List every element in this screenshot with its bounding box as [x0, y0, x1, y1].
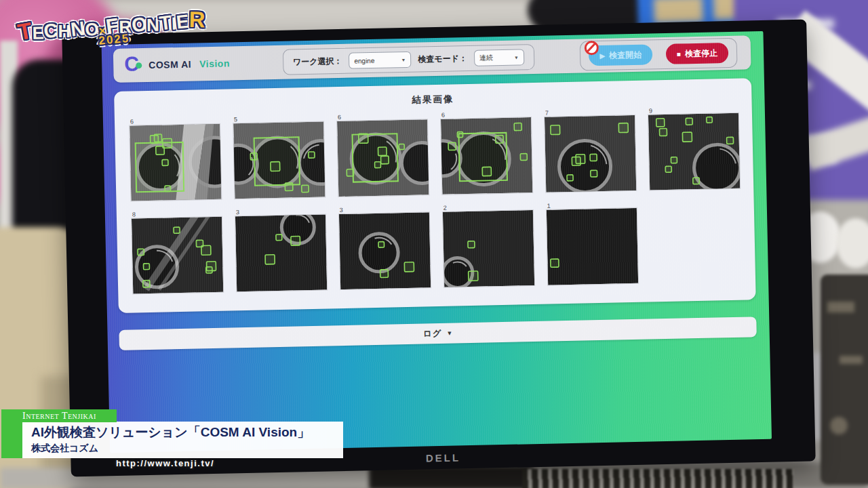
- mode-select-dropdown[interactable]: 連続 ▼: [474, 49, 524, 66]
- kicker-label: Internet Tenjikai: [22, 411, 96, 422]
- start-button-label: 検査開始: [609, 49, 642, 61]
- event-logo-letter: R: [189, 8, 205, 30]
- result-thumbnail: 8: [132, 209, 224, 294]
- log-toggle-bar[interactable]: ログ ▼: [119, 317, 756, 350]
- video-frame: C COSM AI Vision ワーク選択： engine ▼ 検査モード： …: [0, 0, 868, 488]
- event-logo-year: 2025: [98, 32, 130, 48]
- result-thumbnail: 5: [233, 114, 326, 199]
- work-mode-group: ワーク選択： engine ▼ 検査モード： 連続 ▼: [282, 44, 534, 75]
- mode-select-value: 連続: [479, 53, 493, 62]
- result-thumbnail: 1: [547, 200, 639, 285]
- event-logo-letter: E: [176, 12, 191, 33]
- lower-third-panel: AI外観検査ソリューション「COSM AI Vision」 株式会社コズム: [22, 422, 343, 458]
- event-logo-letter: N: [69, 18, 85, 39]
- app-logo: C COSM AI Vision: [124, 54, 230, 75]
- result-thumbnail: 3: [235, 206, 328, 291]
- stop-icon: ■: [677, 50, 681, 58]
- result-thumbnail: 6: [130, 116, 222, 201]
- event-logo-letter: C: [43, 20, 59, 41]
- engine-sample-part: [821, 274, 868, 485]
- work-select-dropdown[interactable]: engine ▼: [349, 52, 411, 69]
- inspection-buttons-group: ▶ 検査開始 ■ 検査停止: [580, 38, 738, 71]
- collapse-arrow-icon: ▼: [446, 330, 452, 337]
- stop-inspection-button[interactable]: ■ 検査停止: [666, 43, 729, 64]
- log-label: ログ: [423, 327, 442, 340]
- brand-name-secondary: Vision: [199, 58, 230, 69]
- chevron-down-icon: ▼: [401, 57, 406, 62]
- result-thumbnail: 3: [339, 204, 431, 289]
- result-thumbnail: 9: [648, 105, 741, 190]
- work-select-label: ワーク選択：: [293, 55, 342, 68]
- mode-select-label: 検査モード：: [418, 53, 467, 66]
- event-logo-letter: O: [130, 14, 147, 35]
- results-panel: 結果画像 65667983321: [114, 78, 756, 313]
- result-thumbnail: 7: [545, 107, 637, 192]
- cosm-logo-icon: C: [124, 56, 144, 75]
- event-logo-letter: E: [32, 24, 44, 41]
- result-thumbnail: 6: [337, 111, 429, 197]
- lower-third-subtitle: 株式会社コズム: [31, 441, 343, 455]
- brand-name: COSM AI: [149, 59, 191, 70]
- not-allowed-cursor-icon: [585, 41, 599, 55]
- event-logo-letter: O: [85, 20, 99, 39]
- event-logo-letter: N: [146, 16, 159, 34]
- lower-third-url: http://www.tenji.tv/: [116, 458, 214, 468]
- results-grid: 65667983321: [130, 104, 755, 293]
- chevron-down-icon: ▼: [514, 55, 519, 60]
- play-icon: ▶: [599, 52, 605, 59]
- monitor-stand-vents: [522, 469, 793, 488]
- monitor: C COSM AI Vision ワーク選択： engine ▼ 検査モード： …: [62, 20, 815, 477]
- event-logo-letter: H: [58, 22, 71, 40]
- monitor-brand: DELL: [426, 451, 461, 464]
- event-logo-letter: T: [158, 12, 172, 33]
- lower-third-kicker: Internet Tenjikai: [1, 409, 117, 422]
- app-header: C COSM AI Vision ワーク選択： engine ▼ 検査モード： …: [113, 35, 751, 83]
- app-screen: C COSM AI Vision ワーク選択： engine ▼ 検査モード： …: [102, 31, 772, 453]
- work-select-value: engine: [354, 56, 374, 64]
- start-inspection-button[interactable]: ▶ 検査開始: [589, 44, 652, 66]
- result-thumbnail: 6: [441, 109, 533, 195]
- lower-third-title: AI外観検査ソリューション「COSM AI Vision」: [31, 424, 343, 441]
- event-logo-letter: T: [16, 18, 34, 43]
- stop-button-label: 検査停止: [685, 47, 717, 60]
- result-thumbnail: 2: [443, 202, 535, 287]
